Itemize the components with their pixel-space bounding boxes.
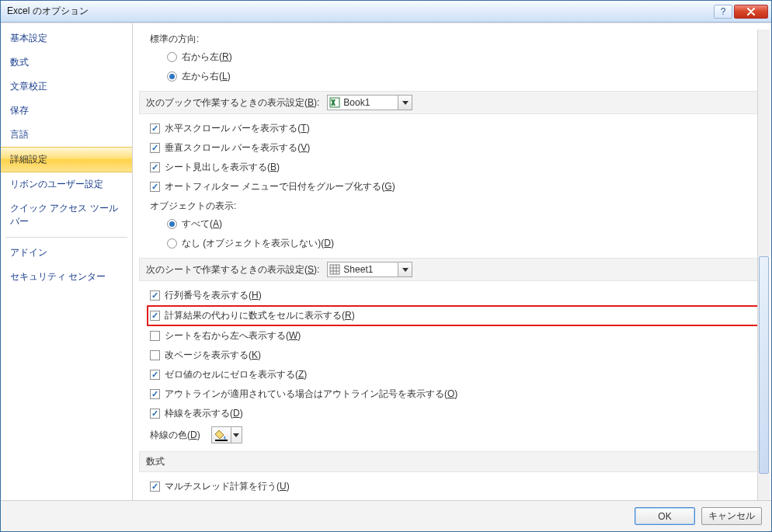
help-button[interactable]: ? — [714, 5, 732, 19]
check-icon — [150, 389, 160, 399]
svg-rect-1 — [330, 265, 339, 274]
check-icon — [150, 162, 160, 172]
sidebar-item-language[interactable]: 言語 — [1, 123, 132, 147]
check-sheettabs[interactable]: シート見出しを表示する(B) — [150, 158, 767, 177]
chevron-down-icon — [231, 427, 242, 443]
check-icon — [150, 370, 160, 380]
main-area: 標準の方向: 右から左(R) 左から右(L) 次のブックで作 — [133, 23, 771, 500]
check-page-breaks[interactable]: 改ページを表示する(K) — [150, 346, 767, 365]
category-sidebar: 基本設定 数式 文章校正 保存 言語 詳細設定 リボンのユーザー設定 クイック … — [1, 23, 133, 500]
check-outline-symbols[interactable]: アウトラインが適用されている場合はアウトライン記号を表示する(O) — [150, 384, 767, 404]
check-icon — [150, 182, 160, 192]
radio-icon — [167, 71, 177, 82]
svg-rect-0 — [330, 98, 339, 107]
check-multithread[interactable]: マルチスレッド計算を行う(U) — [150, 477, 767, 496]
options-dialog: Excel のオプション ? 基本設定 数式 文章校正 保存 言語 詳細設定 リ… — [0, 0, 772, 532]
dialog-body: 基本設定 数式 文章校正 保存 言語 詳細設定 リボンのユーザー設定 クイック … — [1, 23, 771, 500]
excel-icon — [328, 96, 342, 110]
group-sheet-display: 次のシートで作業するときの表示設定(S): Sheet1 — [139, 258, 767, 281]
radio-icon — [167, 52, 177, 62]
sidebar-item-proofing[interactable]: 文章校正 — [1, 75, 132, 99]
objects-label: オブジェクトの表示: — [150, 196, 767, 214]
gridline-color-button[interactable] — [211, 426, 242, 443]
sheet-combo[interactable]: Sheet1 — [327, 262, 412, 277]
check-zero-values[interactable]: ゼロ値のセルにゼロを表示する(Z) — [150, 365, 767, 384]
group-formulas: 数式 — [139, 451, 767, 472]
sidebar-item-trust[interactable]: セキュリティ センター — [1, 265, 132, 289]
book-combo[interactable]: Book1 — [327, 95, 412, 110]
sidebar-item-ribbon[interactable]: リボンのユーザー設定 — [1, 172, 132, 196]
book-combo-value: Book1 — [342, 97, 398, 108]
sheet-combo-value: Sheet1 — [342, 264, 398, 275]
radio-ltr[interactable]: 左から右(L) — [167, 67, 767, 86]
check-autofilter-group[interactable]: オートフィルター メニューで日付をグループ化する(G) — [150, 177, 767, 196]
check-hscroll[interactable]: 水平スクロール バーを表示する(T) — [150, 119, 767, 138]
sidebar-item-formulas[interactable]: 数式 — [1, 50, 132, 75]
check-vscroll[interactable]: 垂直スクロール バーを表示する(V) — [150, 138, 767, 158]
check-show-formulas[interactable]: 計算結果の代わりに数式をセルに表示する(R) — [147, 305, 767, 326]
paint-bucket-icon — [213, 428, 230, 442]
window-title: Excel のオプション — [7, 5, 712, 18]
check-icon — [150, 123, 160, 134]
sheet-icon — [328, 263, 342, 276]
title-bar: Excel のオプション ? — [1, 1, 771, 23]
close-icon — [746, 8, 756, 16]
group-formulas-label: 数式 — [146, 455, 165, 468]
sidebar-separator — [5, 237, 127, 238]
scrollbar-thumb[interactable] — [759, 256, 769, 474]
cancel-button[interactable]: キャンセル — [701, 507, 762, 525]
check-icon — [150, 290, 160, 301]
check-gridlines[interactable]: 枠線を表示する(D) — [150, 404, 767, 423]
gridline-color-row: 枠線の色(D) — [150, 423, 767, 447]
radio-objects-none[interactable]: なし (オブジェクトを表示しない)(D) — [167, 234, 767, 253]
sidebar-item-save[interactable]: 保存 — [1, 99, 132, 123]
check-rowcol-headers[interactable]: 行列番号を表示する(H) — [150, 286, 767, 305]
vertical-scrollbar[interactable] — [757, 30, 770, 500]
chevron-down-icon — [398, 263, 412, 276]
dialog-footer: OK キャンセル — [1, 500, 771, 531]
direction-block: 標準の方向: 右から左(R) 左から右(L) — [139, 30, 767, 86]
close-button[interactable] — [734, 5, 768, 19]
check-icon — [150, 311, 160, 321]
check-rtl-sheet[interactable]: シートを右から左へ表示する(W) — [150, 326, 767, 346]
chevron-down-icon — [398, 96, 412, 110]
radio-rtl[interactable]: 右から左(R) — [167, 47, 767, 67]
sidebar-item-qat[interactable]: クイック アクセス ツール バー — [1, 196, 132, 234]
check-icon — [150, 409, 160, 419]
ok-button[interactable]: OK — [635, 507, 695, 525]
svg-rect-2 — [215, 440, 228, 441]
radio-icon — [167, 238, 177, 249]
check-icon — [150, 482, 160, 492]
sidebar-item-advanced[interactable]: 詳細設定 — [1, 147, 132, 172]
check-icon — [150, 350, 160, 360]
radio-objects-all[interactable]: すべて(A) — [167, 214, 767, 234]
sidebar-item-general[interactable]: 基本設定 — [1, 26, 132, 50]
check-icon — [150, 331, 160, 341]
group-book-display: 次のブックで作業するときの表示設定(B): Book1 — [139, 91, 767, 114]
sidebar-item-addins[interactable]: アドイン — [1, 241, 132, 265]
check-icon — [150, 143, 160, 153]
radio-icon — [167, 219, 177, 229]
main-scroll[interactable]: 標準の方向: 右から左(R) 左から右(L) 次のブックで作 — [133, 23, 771, 500]
direction-label: 標準の方向: — [150, 30, 767, 47]
threads-label: 計算スレッドの数 — [167, 496, 767, 500]
